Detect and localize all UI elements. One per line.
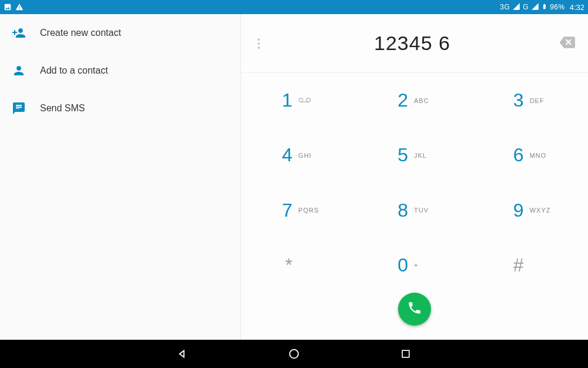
list-item-label: Send SMS bbox=[40, 103, 85, 114]
svg-point-0 bbox=[299, 98, 303, 101]
send-sms-item[interactable]: Send SMS bbox=[0, 89, 240, 127]
keypad-key-star[interactable]: * bbox=[241, 238, 357, 293]
number-entry-row: 12345 6 bbox=[241, 14, 588, 73]
battery-icon bbox=[542, 2, 547, 13]
list-item-label: Add to a contact bbox=[40, 65, 108, 76]
key-digit: 6 bbox=[507, 144, 524, 166]
key-digit: 4 bbox=[276, 144, 292, 166]
key-letters: MNO bbox=[530, 152, 553, 159]
key-letters: JKL bbox=[414, 152, 437, 159]
key-letters: DEF bbox=[530, 97, 553, 104]
keypad-key-0[interactable]: 0 + bbox=[357, 238, 473, 293]
keypad-key-1[interactable]: 1 bbox=[241, 73, 357, 128]
svg-rect-4 bbox=[402, 350, 409, 357]
key-digit: 0 bbox=[392, 254, 408, 276]
key-digit: 7 bbox=[276, 200, 292, 221]
keypad-key-6[interactable]: 6 MNO bbox=[472, 128, 588, 183]
svg-point-1 bbox=[307, 98, 310, 101]
keypad-key-2[interactable]: 2 ABC bbox=[357, 73, 473, 128]
alert-icon bbox=[15, 3, 24, 11]
key-letters: TUV bbox=[414, 207, 437, 214]
keypad-key-7[interactable]: 7 PQRS bbox=[241, 183, 357, 238]
sms-icon bbox=[12, 101, 33, 115]
key-digit: 3 bbox=[507, 89, 524, 111]
back-button[interactable] bbox=[173, 345, 191, 363]
status-bar: 3G G 96% 4:32 bbox=[0, 0, 588, 14]
key-digit: 1 bbox=[276, 89, 292, 111]
key-letters: + bbox=[414, 261, 437, 268]
add-person-icon bbox=[12, 26, 33, 40]
backspace-button[interactable] bbox=[560, 35, 576, 52]
nav-bar bbox=[0, 340, 588, 368]
svg-point-3 bbox=[290, 350, 299, 359]
add-to-contact-item[interactable]: Add to a contact bbox=[0, 52, 240, 89]
actions-panel: Create new contact Add to a contact Send… bbox=[0, 14, 241, 340]
key-letters: WXYZ bbox=[530, 207, 553, 214]
battery-percent: 96% bbox=[550, 3, 565, 11]
keypad-key-3[interactable]: 3 DEF bbox=[472, 73, 588, 128]
key-digit: * bbox=[276, 254, 292, 276]
clock-time: 4:32 bbox=[570, 3, 584, 12]
call-button[interactable] bbox=[398, 293, 431, 326]
keypad-key-hash[interactable]: # bbox=[472, 238, 588, 293]
keypad-key-4[interactable]: 4 GHI bbox=[241, 128, 357, 183]
keypad-key-9[interactable]: 9 WXYZ bbox=[472, 183, 588, 238]
home-button[interactable] bbox=[285, 345, 303, 363]
person-icon bbox=[12, 64, 33, 78]
phone-icon bbox=[407, 300, 422, 318]
key-digit: 2 bbox=[392, 89, 408, 111]
dialer-panel: 12345 6 1 2 ABC 3 DEF bbox=[241, 14, 588, 340]
list-item-label: Create new contact bbox=[40, 28, 121, 38]
key-letters: ABC bbox=[414, 97, 437, 104]
key-digit: 8 bbox=[392, 200, 408, 221]
picture-icon bbox=[4, 3, 12, 11]
key-letters: PQRS bbox=[298, 207, 322, 214]
overflow-menu-icon[interactable] bbox=[253, 38, 265, 49]
keypad-key-8[interactable]: 8 TUV bbox=[357, 183, 473, 238]
key-digit: 9 bbox=[507, 200, 524, 221]
keypad: 1 2 ABC 3 DEF 4 GHI 5 bbox=[241, 73, 588, 293]
signal-icon-1 bbox=[512, 2, 520, 12]
voicemail-icon bbox=[298, 97, 322, 104]
signal-icon-2 bbox=[531, 2, 539, 12]
key-digit: # bbox=[507, 254, 524, 276]
create-new-contact-item[interactable]: Create new contact bbox=[0, 14, 240, 52]
network-type-1: 3G bbox=[500, 3, 510, 11]
key-digit: 5 bbox=[392, 144, 408, 166]
entered-number: 12345 6 bbox=[265, 32, 560, 55]
network-type-2: G bbox=[523, 3, 529, 11]
keypad-key-5[interactable]: 5 JKL bbox=[357, 128, 473, 183]
recent-apps-button[interactable] bbox=[397, 345, 415, 363]
key-letters: GHI bbox=[298, 152, 322, 159]
